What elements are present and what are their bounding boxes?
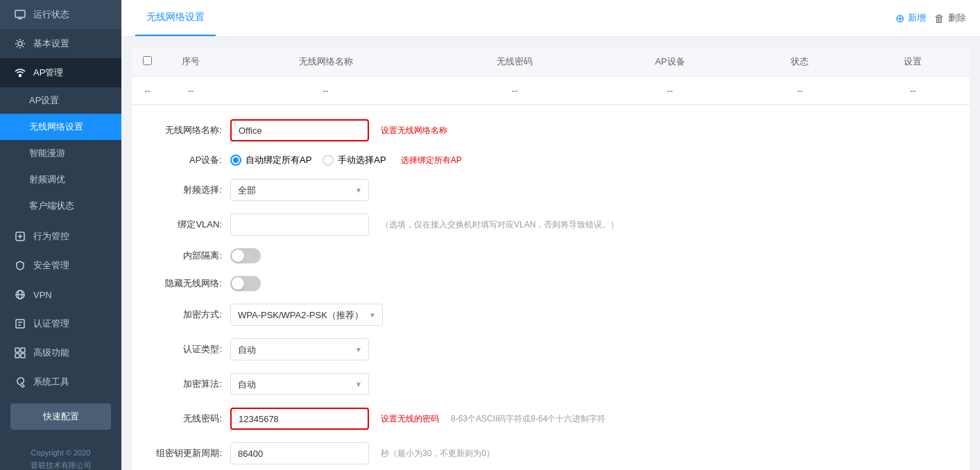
password-input[interactable] xyxy=(230,408,369,430)
freq-label: 射频选择: xyxy=(153,184,222,196)
ap-device-label: AP设备: xyxy=(153,154,222,166)
quick-config-button[interactable]: 快速配置 xyxy=(10,403,111,430)
svg-rect-17 xyxy=(21,354,25,358)
radio-manual-label: 手动选择AP xyxy=(338,154,386,166)
sidebar-item-auth-management[interactable]: 认证管理 xyxy=(0,309,121,338)
behavior-icon xyxy=(14,230,26,243)
form-row-ap-device: AP设备: 自动绑定所有AP 手动选择AP 选择绑定所有AP xyxy=(153,154,949,166)
content-area: 序号 无线网络名称 无线密码 AP设备 状态 设置 -- -- -- -- -- xyxy=(121,37,980,470)
sidebar-item-label: 高级功能 xyxy=(33,347,69,359)
table-row: -- -- -- -- -- -- -- xyxy=(132,77,970,105)
vpn-icon xyxy=(14,288,26,301)
hide-network-toggle[interactable] xyxy=(230,276,261,291)
wireless-network-table: 序号 无线网络名称 无线密码 AP设备 状态 设置 -- -- -- -- -- xyxy=(132,47,970,105)
freq-select[interactable]: 全部 2.4G 5G xyxy=(230,179,369,201)
sidebar-sub-item-client-status[interactable]: 客户端状态 xyxy=(0,193,121,219)
sidebar-item-basic-settings[interactable]: 基本设置 xyxy=(0,29,121,58)
wireless-name-hint: 设置无线网络名称 xyxy=(381,125,447,137)
sidebar-item-vpn[interactable]: VPN xyxy=(0,280,121,309)
form-row-hide-network: 隐藏无线网络: xyxy=(153,276,949,291)
sidebar: 运行状态 基本设置 AP管理 AP设置 无线网络设置 智能漫游 射频调优 xyxy=(0,0,121,470)
sidebar-footer: Copyright © 2020 普联技术有限公司 版权所有 xyxy=(0,437,121,470)
auth-select[interactable]: 自动 TKIP AES xyxy=(230,338,369,360)
form-row-freq: 射频选择: 全部 2.4G 5G ▼ xyxy=(153,179,949,201)
isolation-toggle[interactable] xyxy=(230,248,261,263)
wifi-icon xyxy=(14,67,26,79)
vlan-label: 绑定VLAN: xyxy=(153,218,222,231)
sidebar-item-behavior-control[interactable]: 行为管控 xyxy=(0,222,121,251)
svg-rect-15 xyxy=(21,348,25,352)
table-wrap: 序号 无线网络名称 无线密码 AP设备 状态 设置 -- -- -- -- -- xyxy=(132,47,970,105)
hide-network-label: 隐藏无线网络: xyxy=(153,277,222,290)
vlan-input[interactable] xyxy=(230,214,369,236)
password-hint: 设置无线的密码 xyxy=(381,413,439,425)
form-row-key-update: 组密钥更新周期: 秒（最小为30，不更新则为0） xyxy=(153,442,949,464)
algo-select-wrap: 自动 TKIP AES ▼ xyxy=(230,373,369,395)
svg-rect-11 xyxy=(16,320,24,328)
col-settings: 设置 xyxy=(857,47,970,77)
radio-auto-label: 自动绑定所有AP xyxy=(246,154,311,166)
encrypt-select[interactable]: WPA-PSK/WPA2-PSK（推荐） WPA WPA2 无 xyxy=(230,304,383,326)
sidebar-item-label: AP管理 xyxy=(33,67,63,79)
sidebar-item-runtime-status[interactable]: 运行状态 xyxy=(0,0,121,29)
key-update-hint: 秒（最小为30，不更新则为0） xyxy=(381,448,495,460)
ap-radio-group: 自动绑定所有AP 手动选择AP 选择绑定所有AP xyxy=(230,154,462,166)
encrypt-select-wrap: WPA-PSK/WPA2-PSK（推荐） WPA WPA2 无 ▼ xyxy=(230,304,383,326)
add-button[interactable]: ⊕ 新增 xyxy=(895,12,926,25)
shield-icon xyxy=(14,259,26,272)
sidebar-item-label: 基本设置 xyxy=(33,37,69,50)
form-row-encrypt: 加密方式: WPA-PSK/WPA2-PSK（推荐） WPA WPA2 无 ▼ xyxy=(153,304,949,326)
sidebar-item-label: 安全管理 xyxy=(33,259,69,272)
col-checkbox xyxy=(132,47,163,77)
sidebar-sub-item-rf-optimization[interactable]: 射频调优 xyxy=(0,166,121,193)
algo-label: 加密算法: xyxy=(153,378,222,390)
col-status: 状态 xyxy=(743,47,857,77)
sidebar-sub-item-ap-settings[interactable]: AP设置 xyxy=(0,87,121,114)
col-name: 无线网络名称 xyxy=(218,47,433,77)
vlan-hint: （选填，仅在接入交换机时填写对应VLAN，否则将导致错误。） xyxy=(381,219,619,231)
svg-rect-0 xyxy=(15,10,25,17)
sidebar-item-label: 系统工具 xyxy=(33,376,69,388)
sidebar-item-security-management[interactable]: 安全管理 xyxy=(0,251,121,280)
sidebar-sub-item-label: 客户端状态 xyxy=(29,200,74,212)
monitor-icon xyxy=(14,8,26,21)
wireless-name-input[interactable] xyxy=(230,119,369,141)
form-section: 无线网络名称: 设置无线网络名称 AP设备: 自动绑定所有AP 手动选择AP 选 xyxy=(132,105,970,470)
auth-select-wrap: 自动 TKIP AES ▼ xyxy=(230,338,369,360)
sidebar-sub-item-label: 无线网络设置 xyxy=(29,121,83,133)
form-row-vlan: 绑定VLAN: （选填，仅在接入交换机时填写对应VLAN，否则将导致错误。） xyxy=(153,214,949,236)
header-actions: ⊕ 新增 🗑 删除 xyxy=(895,12,966,25)
auth-icon xyxy=(14,317,26,330)
radio-auto-bind[interactable]: 自动绑定所有AP xyxy=(230,154,311,166)
sidebar-sub-item-label: AP设置 xyxy=(29,94,59,107)
select-all-checkbox[interactable] xyxy=(143,56,152,65)
trash-icon: 🗑 xyxy=(934,12,945,24)
form-row-password: 无线密码: 设置无线的密码 8-63个ASCII码字符或8-64个十六进制字符 xyxy=(153,408,949,430)
gear-icon xyxy=(14,37,26,50)
form-row-auth: 认证类型: 自动 TKIP AES ▼ xyxy=(153,338,949,360)
svg-point-3 xyxy=(18,42,22,46)
sidebar-sub-item-smart-roaming[interactable]: 智能漫游 xyxy=(0,140,121,166)
algo-select[interactable]: 自动 TKIP AES xyxy=(230,373,369,395)
wireless-name-label: 无线网络名称: xyxy=(153,124,222,137)
svg-point-4 xyxy=(19,75,22,77)
main-content: 无线网络设置 ⊕ 新增 🗑 删除 序号 无线网络名称 xyxy=(121,0,980,470)
radio-manual-select[interactable]: 手动选择AP xyxy=(323,154,386,166)
radio-auto-circle[interactable] xyxy=(230,155,241,166)
sidebar-item-system-tools[interactable]: 系统工具 xyxy=(0,367,121,397)
key-update-input[interactable] xyxy=(230,442,369,464)
delete-button[interactable]: 🗑 删除 xyxy=(934,12,966,24)
tools-icon xyxy=(14,376,26,388)
sidebar-sub-item-label: 射频调优 xyxy=(29,173,65,186)
sidebar-item-ap-management[interactable]: AP管理 xyxy=(0,58,121,87)
ap-hint: 选择绑定所有AP xyxy=(401,155,462,166)
form-row-isolation: 内部隔离: xyxy=(153,248,949,263)
sidebar-item-advanced-features[interactable]: 高级功能 xyxy=(0,338,121,367)
radio-manual-circle[interactable] xyxy=(323,155,334,166)
tab-wireless-network-settings[interactable]: 无线网络设置 xyxy=(135,0,216,36)
sidebar-item-label: VPN xyxy=(33,290,52,300)
sidebar-item-label: 认证管理 xyxy=(33,317,69,330)
sidebar-sub-item-wireless-network-settings[interactable]: 无线网络设置 xyxy=(0,114,121,140)
auth-label: 认证类型: xyxy=(153,343,222,356)
main-header: 无线网络设置 ⊕ 新增 🗑 删除 xyxy=(121,0,980,37)
